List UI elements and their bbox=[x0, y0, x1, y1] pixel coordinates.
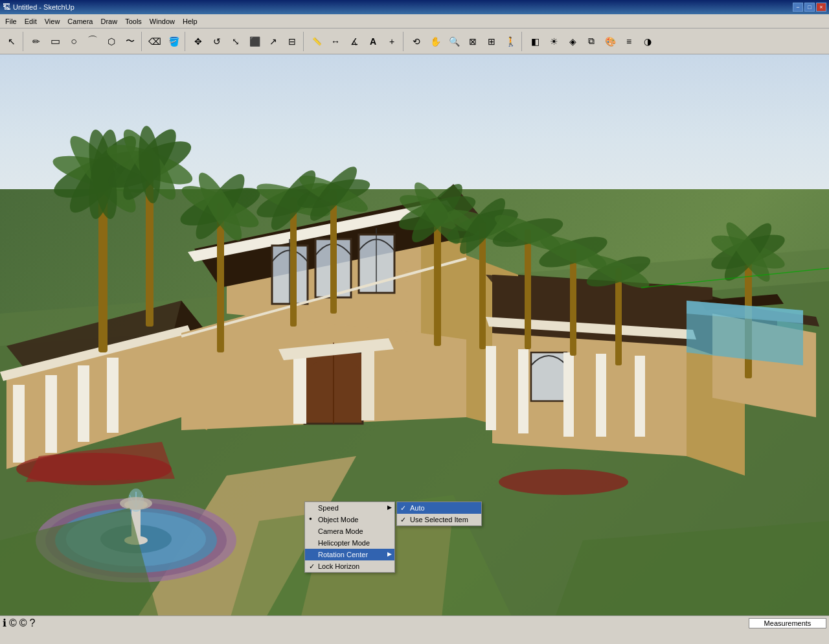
minimize-button[interactable]: − bbox=[793, 3, 803, 12]
dimension-tool-button[interactable]: ↔ bbox=[326, 32, 345, 51]
titlebar: 🏗 Untitled - SketchUp − □ × bbox=[0, 0, 829, 14]
ctx-object-mode[interactable]: Object Mode bbox=[305, 514, 394, 525]
svg-point-53 bbox=[499, 469, 628, 495]
svg-rect-51 bbox=[596, 354, 606, 437]
layers-button[interactable]: ≡ bbox=[620, 32, 638, 51]
pan-tool-button[interactable]: ✋ bbox=[426, 32, 444, 51]
followme-tool-button[interactable]: ↗ bbox=[264, 32, 282, 51]
shadows-button[interactable]: ◑ bbox=[639, 32, 657, 51]
erase-tool-button[interactable]: ⌫ bbox=[146, 32, 164, 51]
zoom-window-button[interactable]: ⊞ bbox=[483, 32, 501, 51]
ctx-speed[interactable]: Speed bbox=[305, 502, 394, 514]
svg-rect-52 bbox=[635, 356, 645, 437]
ctx-rotation-center[interactable]: Rotation Center bbox=[305, 549, 394, 560]
info-icon-1[interactable]: ℹ bbox=[3, 617, 6, 629]
components-button[interactable]: ⧉ bbox=[582, 32, 600, 51]
toolbar-sep-4 bbox=[303, 32, 306, 51]
paint-tool-button[interactable]: 🪣 bbox=[165, 32, 183, 51]
svg-rect-10 bbox=[78, 365, 89, 442]
toolbar: ▭ ○ ⌒ ⬡ 〜 ⌫ 🪣 ✥ ↺ ⤡ ⬛ ↗ ⊟ 📏 ↔ ∡ A + ⟲ ✋ … bbox=[0, 29, 829, 54]
zoom-tool-button[interactable]: 🔍 bbox=[445, 32, 463, 51]
svg-rect-36 bbox=[361, 349, 374, 420]
svg-rect-48 bbox=[486, 346, 496, 430]
help-icon[interactable]: ? bbox=[30, 617, 36, 629]
tape-tool-button[interactable]: 📏 bbox=[308, 32, 326, 51]
select-tool-button[interactable] bbox=[3, 32, 21, 51]
rotation-center-submenu: Auto Use Selected Item bbox=[396, 501, 482, 526]
titlebar-title: Untitled - SketchUp bbox=[13, 3, 74, 11]
toolbar-sep-3 bbox=[185, 32, 187, 51]
menu-camera[interactable]: Camera bbox=[63, 16, 97, 27]
rect-tool-button[interactable]: ▭ bbox=[46, 32, 64, 51]
offset-tool-button[interactable]: ⊟ bbox=[283, 32, 301, 51]
viewport[interactable]: Speed Object Mode Camera Mode Helicopter… bbox=[0, 54, 829, 630]
svg-rect-8 bbox=[13, 385, 25, 463]
ctx-lock-horizon[interactable]: Lock Horizon bbox=[305, 560, 394, 572]
walk-tool-button[interactable]: 🚶 bbox=[501, 32, 519, 51]
measurements-box[interactable]: Measurements bbox=[749, 618, 826, 628]
ctx-helicopter-mode[interactable]: Helicopter Mode bbox=[305, 537, 394, 549]
toolbar-sep-1 bbox=[23, 32, 25, 51]
info-icon-3[interactable]: © bbox=[19, 617, 27, 629]
materials-button[interactable]: 🎨 bbox=[601, 32, 619, 51]
svg-rect-35 bbox=[293, 352, 306, 424]
circle-tool-button[interactable]: ○ bbox=[65, 32, 83, 51]
axes-tool-button[interactable]: + bbox=[383, 32, 401, 51]
titlebar-left: 🏗 Untitled - SketchUp bbox=[3, 3, 74, 12]
shadow-settings-button[interactable]: ☀ bbox=[545, 32, 563, 51]
arc-tool-button[interactable]: ⌒ bbox=[84, 32, 102, 51]
styles-button[interactable]: ◈ bbox=[563, 32, 582, 51]
maximize-button[interactable]: □ bbox=[804, 3, 815, 12]
menu-edit[interactable]: Edit bbox=[21, 16, 41, 27]
move-tool-button[interactable]: ✥ bbox=[189, 32, 207, 51]
line-tool-button[interactable] bbox=[27, 32, 45, 51]
svg-rect-92 bbox=[525, 229, 531, 349]
statusbar: ℹ © © ? Measurements bbox=[0, 615, 829, 630]
text-tool-button[interactable]: A bbox=[364, 32, 382, 51]
svg-rect-95 bbox=[570, 249, 576, 356]
svg-point-118 bbox=[120, 497, 152, 510]
svg-rect-49 bbox=[518, 349, 528, 433]
orbit-tool-button[interactable]: ⟲ bbox=[407, 32, 426, 51]
rotate-tool-button[interactable]: ↺ bbox=[208, 32, 226, 51]
3d-scene bbox=[0, 54, 829, 630]
app-icon: 🏗 bbox=[3, 3, 10, 12]
pushpull-tool-button[interactable]: ⬛ bbox=[245, 32, 264, 51]
measurements-label: Measurements bbox=[764, 619, 812, 627]
section-plane-button[interactable]: ◧ bbox=[526, 32, 544, 51]
close-button[interactable]: × bbox=[816, 3, 826, 12]
ctx-camera-mode[interactable]: Camera Mode bbox=[305, 525, 394, 537]
zoom-extents-button[interactable]: ⊠ bbox=[464, 32, 482, 51]
context-menu: Speed Object Mode Camera Mode Helicopter… bbox=[304, 501, 395, 573]
protractor-tool-button[interactable]: ∡ bbox=[345, 32, 363, 51]
freehand-tool-button[interactable]: 〜 bbox=[121, 32, 139, 51]
menu-draw[interactable]: Draw bbox=[97, 16, 121, 27]
submenu-auto[interactable]: Auto bbox=[397, 502, 481, 514]
statusbar-left: ℹ © © ? bbox=[3, 617, 36, 629]
svg-rect-11 bbox=[107, 358, 119, 433]
toolbar-sep-5 bbox=[403, 32, 405, 51]
toolbar-sep-6 bbox=[521, 32, 524, 51]
menu-tools[interactable]: Tools bbox=[121, 16, 146, 27]
menu-view[interactable]: View bbox=[41, 16, 64, 27]
info-icon-2[interactable]: © bbox=[9, 617, 17, 629]
scale-tool-button[interactable]: ⤡ bbox=[227, 32, 245, 51]
menu-file[interactable]: File bbox=[1, 16, 21, 27]
toolbar-sep-2 bbox=[141, 32, 144, 51]
titlebar-controls: − □ × bbox=[793, 3, 826, 12]
svg-rect-50 bbox=[563, 352, 574, 437]
polygon-tool-button[interactable]: ⬡ bbox=[102, 32, 120, 51]
menu-window[interactable]: Window bbox=[146, 16, 179, 27]
submenu-use-selected[interactable]: Use Selected Item bbox=[397, 514, 481, 525]
menubar: File Edit View Camera Draw Tools Window … bbox=[0, 14, 829, 29]
menu-help[interactable]: Help bbox=[179, 16, 201, 27]
svg-rect-9 bbox=[45, 375, 57, 453]
